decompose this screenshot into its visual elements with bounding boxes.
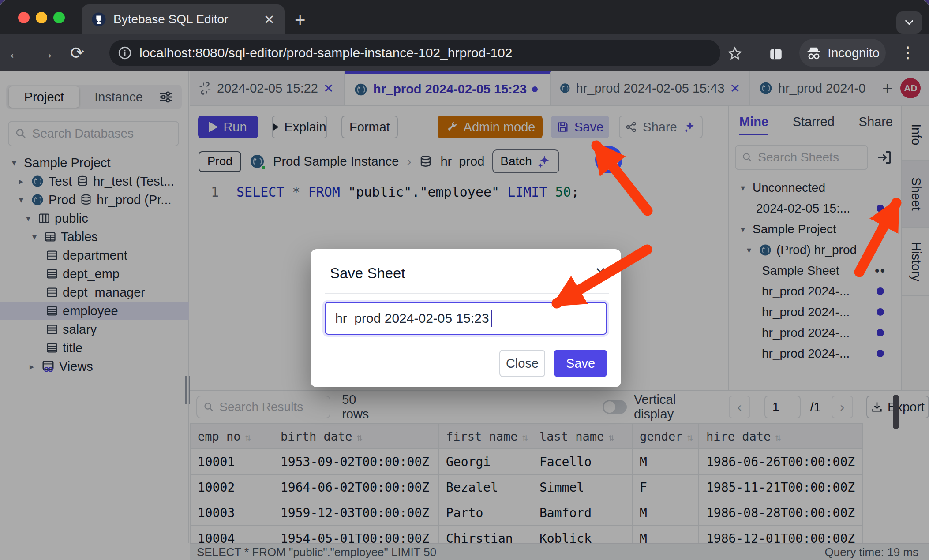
- bytebase-favicon: [91, 12, 106, 27]
- modal-title: Save Sheet: [330, 265, 405, 282]
- browser-window: Bytebase SQL Editor ✕ + ← → ⟳ localhost:…: [0, 0, 929, 560]
- chevron-down-icon: [903, 16, 916, 29]
- browser-tab-close-icon[interactable]: ✕: [264, 12, 275, 27]
- bookmark-star-icon[interactable]: [727, 46, 743, 62]
- modal-save-button[interactable]: Save: [554, 350, 607, 377]
- side-panel-icon[interactable]: [768, 47, 783, 62]
- text-caret: [491, 310, 492, 327]
- new-tab-icon[interactable]: +: [295, 10, 306, 31]
- incognito-label: Incognito: [828, 46, 880, 60]
- address-bar[interactable]: localhost:8080/sql-editor/prod-sample-in…: [109, 40, 720, 66]
- tab-search-button[interactable]: [896, 11, 922, 34]
- reload-icon[interactable]: ⟳: [62, 43, 93, 63]
- screen: Bytebase SQL Editor ✕ + ← → ⟳ localhost:…: [0, 0, 929, 560]
- maximize-window-button[interactable]: [53, 12, 65, 23]
- incognito-badge: Incognito: [799, 39, 886, 67]
- save-sheet-modal: Save Sheet ✕ hr_prod 2024-02-05 15:23 Cl…: [311, 249, 621, 387]
- url-text: localhost:8080/sql-editor/prod-sample-in…: [139, 45, 513, 60]
- back-icon[interactable]: ←: [0, 44, 31, 63]
- modal-close-icon[interactable]: ✕: [595, 264, 607, 281]
- modal-close-button[interactable]: Close: [499, 350, 545, 377]
- minimize-window-button[interactable]: [36, 12, 47, 23]
- browser-tab[interactable]: Bytebase SQL Editor ✕: [82, 4, 285, 34]
- browser-menu-icon[interactable]: ⋮: [900, 43, 916, 62]
- macos-titlebar: Bytebase SQL Editor ✕ +: [0, 0, 929, 34]
- incognito-icon: [805, 45, 822, 60]
- close-window-button[interactable]: [18, 12, 30, 23]
- forward-icon[interactable]: →: [31, 44, 62, 63]
- site-info-icon[interactable]: [117, 45, 132, 60]
- sheet-name-input[interactable]: hr_prod 2024-02-05 15:23: [325, 302, 607, 335]
- modal-divider: [325, 293, 609, 294]
- browser-tab-title: Bytebase SQL Editor: [113, 12, 257, 26]
